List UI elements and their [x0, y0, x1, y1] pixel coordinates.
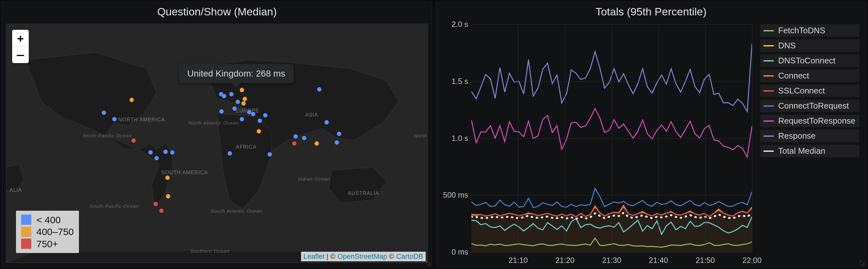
chart-legend-item[interactable]: Response	[760, 130, 859, 142]
map-data-point[interactable]	[219, 109, 224, 114]
y-axis-tick: 0 ms	[437, 247, 468, 257]
legend-color-icon	[764, 60, 774, 61]
map-data-point[interactable]	[263, 113, 268, 117]
legend-series-name: SSLConnect	[778, 86, 825, 96]
map-panel: Question/Show (Median) NORTH AMERICASOUT…	[2, 2, 432, 267]
map-legend-item: < 400	[21, 214, 74, 226]
legend-series-name: DNSToConnect	[778, 56, 835, 66]
legend-series-name: DNS	[778, 41, 796, 51]
legend-color-icon	[764, 75, 774, 77]
map-data-point[interactable]	[257, 129, 261, 134]
map-data-point[interactable]	[222, 94, 226, 98]
map-data-point[interactable]	[337, 132, 341, 136]
map-data-point[interactable]	[302, 136, 307, 140]
x-axis-tick: 21:50	[696, 256, 715, 265]
map-data-point[interactable]	[163, 150, 168, 154]
legend-color-icon	[764, 30, 774, 31]
map-tooltip: United Kingdom: 268 ms	[179, 64, 294, 83]
chart-legend-item[interactable]: ConnectToRequest	[760, 100, 859, 112]
x-axis-tick: 21:10	[508, 256, 528, 265]
map-data-point[interactable]	[236, 100, 240, 104]
map-data-point[interactable]	[241, 101, 246, 106]
map-data-point[interactable]	[112, 117, 117, 122]
legend-series-name: FetchToDNS	[778, 26, 825, 35]
legend-label: < 400	[36, 214, 61, 226]
legend-series-name: Total Median	[778, 146, 825, 156]
map-data-point[interactable]	[292, 141, 297, 146]
legend-series-name: RequestToResponse	[778, 116, 855, 126]
map-data-point[interactable]	[129, 98, 134, 102]
map-zoom-control: + −	[12, 30, 29, 63]
y-axis-tick: 500 ms	[437, 191, 468, 199]
legend-swatch	[21, 215, 31, 225]
chart-panel-title: Totals (95th Percentile)	[436, 5, 866, 18]
map-legend-item: 750+	[21, 238, 74, 250]
leaflet-link[interactable]: Leaflet	[304, 252, 325, 260]
zoom-out-button[interactable]: −	[12, 47, 29, 63]
map-data-point[interactable]	[153, 202, 158, 206]
legend-swatch	[21, 227, 31, 237]
legend-label: 750+	[36, 238, 58, 250]
chart-legend-item[interactable]: Total Median	[760, 145, 859, 157]
chart-panel: Totals (95th Percentile) 2.0 s1.5 s1.0 s…	[436, 2, 866, 267]
map-data-point[interactable]	[159, 209, 164, 213]
legend-color-icon	[764, 151, 774, 152]
world-map[interactable]: NORTH AMERICASOUTH AMERICAEUROPEAFRICAAS…	[6, 24, 428, 263]
map-data-point[interactable]	[229, 92, 234, 97]
map-data-point[interactable]	[268, 152, 272, 157]
legend-color-icon	[764, 90, 774, 91]
map-data-point[interactable]	[251, 112, 255, 116]
osm-link[interactable]: OpenStreetMap	[338, 252, 387, 260]
map-data-point[interactable]	[293, 134, 298, 139]
map-data-point[interactable]	[240, 88, 244, 92]
chart-legend-item[interactable]: FetchToDNS	[760, 24, 859, 37]
chart-legend-item[interactable]: Connect	[760, 70, 859, 82]
legend-color-icon	[764, 45, 774, 47]
map-data-point[interactable]	[170, 150, 175, 155]
map-data-point[interactable]	[227, 151, 232, 156]
legend-color-icon	[764, 120, 774, 122]
resize-handle-icon[interactable]	[426, 261, 431, 266]
chart-legend-item[interactable]: RequestToResponse	[760, 115, 859, 127]
map-data-point[interactable]	[314, 141, 319, 146]
legend-swatch	[21, 239, 31, 249]
map-data-point[interactable]	[154, 156, 159, 160]
legend-label: 400–750	[36, 226, 74, 238]
chart-legend-item[interactable]: SSLConnect	[760, 84, 859, 97]
zoom-in-button[interactable]: +	[12, 30, 29, 47]
x-axis-tick: 21:40	[649, 256, 668, 265]
legend-series-name: ConnectToRequest	[778, 101, 849, 111]
x-axis-tick: 21:30	[602, 256, 621, 265]
y-axis-tick: 1.0 s	[437, 134, 468, 143]
map-attribution: Leaflet | © OpenStreetMap © CartoDB	[301, 252, 426, 261]
y-axis-tick: 1.5 s	[437, 77, 468, 86]
chart-legend-item[interactable]: DNS	[760, 39, 859, 52]
map-data-point[interactable]	[257, 118, 262, 123]
carto-link[interactable]: CartoDB	[396, 252, 423, 260]
chart-legend-item[interactable]: DNSToConnect	[760, 54, 859, 67]
map-data-point[interactable]	[165, 176, 170, 180]
legend-series-name: Response	[778, 131, 815, 141]
map-data-point[interactable]	[335, 140, 339, 145]
x-axis-tick: 22:00	[742, 256, 762, 265]
legend-color-icon	[764, 105, 774, 107]
map-data-point[interactable]	[317, 87, 321, 91]
legend-color-icon	[764, 135, 774, 137]
map-legend: < 400400–750750+	[16, 211, 79, 253]
resize-handle-icon[interactable]	[860, 261, 865, 266]
y-axis-tick: 2.0 s	[437, 20, 468, 29]
map-panel-title: Question/Show (Median)	[2, 5, 432, 18]
map-data-point[interactable]	[166, 194, 170, 198]
legend-series-name: Connect	[778, 71, 809, 81]
chart-legend: FetchToDNSDNSDNSToConnectConnectSSLConne…	[755, 20, 866, 267]
map-legend-item: 400–750	[21, 226, 74, 238]
map-data-point[interactable]	[232, 106, 237, 111]
map-data-point[interactable]	[148, 150, 153, 155]
map-data-point[interactable]	[131, 138, 136, 143]
map-data-point[interactable]	[243, 97, 247, 101]
chart-plot-area[interactable]: 2.0 s1.5 s1.0 s500 ms0 ms21:1021:2021:30…	[471, 24, 752, 252]
map-data-point[interactable]	[240, 117, 244, 122]
x-axis-tick: 21:20	[555, 256, 575, 265]
map-data-point[interactable]	[324, 120, 329, 125]
map-data-point[interactable]	[102, 110, 106, 115]
